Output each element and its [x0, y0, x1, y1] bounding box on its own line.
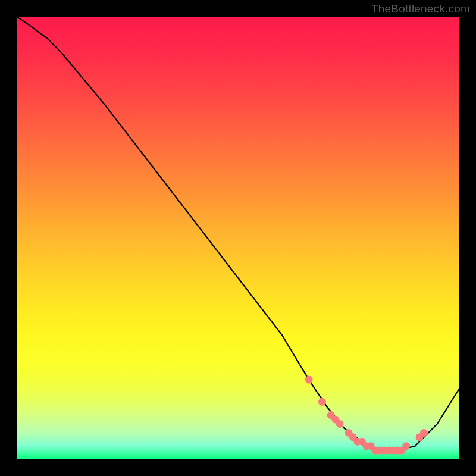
bottleneck-curve — [17, 17, 459, 450]
data-point — [305, 376, 313, 384]
chart-svg — [17, 17, 459, 459]
data-point — [420, 429, 428, 437]
data-point — [318, 398, 326, 406]
watermark-text: TheBottleneck.com — [371, 2, 470, 15]
plot-area — [17, 17, 459, 459]
chart-frame: TheBottleneck.com — [0, 0, 476, 476]
data-point — [402, 442, 410, 450]
data-point — [336, 420, 344, 428]
data-points — [305, 376, 428, 455]
